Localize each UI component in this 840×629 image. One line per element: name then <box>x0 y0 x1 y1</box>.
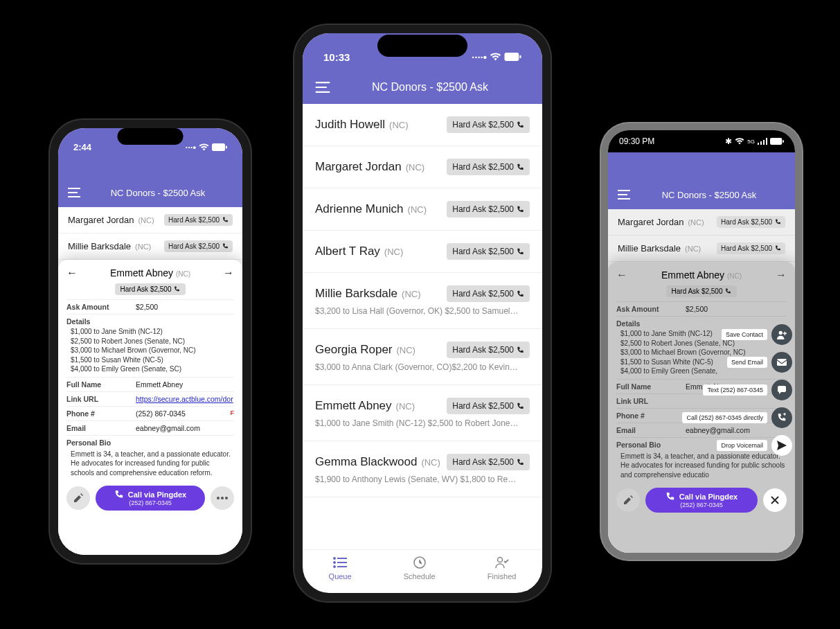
ask-amount-label: Ask Amount <box>66 303 136 311</box>
phone-icon <box>775 219 781 225</box>
queue-list[interactable]: Margaret Jordan (NC) Hard Ask $2,500 Mil… <box>608 209 795 553</box>
queue-state: (NC) <box>406 162 425 172</box>
svg-rect-1 <box>226 145 227 148</box>
tab-finished[interactable]: Finished <box>488 556 517 581</box>
svg-rect-23 <box>778 386 786 392</box>
phone-flag: F <box>231 409 235 418</box>
queue-row[interactable]: Gemma Blackwood(NC)Hard Ask $2,500$1,900… <box>303 441 542 497</box>
fab-save-contact[interactable] <box>771 324 792 345</box>
details-line: $1,000 to Jane Smith (NC-12) <box>71 327 234 337</box>
phone-label: Phone # <box>66 409 136 418</box>
queue-row[interactable]: Adrienne Munich(NC)Hard Ask $2,500 <box>303 188 542 231</box>
queue-row[interactable]: Emmett Abney(NC)Hard Ask $2,500$1,000 to… <box>303 385 542 441</box>
fab-call-label: Call (252) 867-0345 directly <box>682 412 767 423</box>
phone-icon <box>222 217 229 223</box>
queue-state: (NC) <box>396 401 415 411</box>
queue-state: (NC) <box>384 247 403 257</box>
app-header: NC Donors - $2500 Ask <box>303 71 542 104</box>
tab-queue[interactable]: Queue <box>329 556 352 581</box>
ask-pill: Hard Ask $2,500 <box>447 454 530 470</box>
status-icons: ····• <box>472 51 521 63</box>
tab-label: Schedule <box>404 572 436 581</box>
queue-row[interactable]: Margaret Jordan(NC)Hard Ask $2,500 <box>303 146 542 188</box>
ask-pill: Hard Ask $2,500 <box>447 243 530 260</box>
queue-row[interactable]: Millie Barksdale(NC)Hard Ask $2,500$3,20… <box>303 273 542 329</box>
queue-name: Margaret Jordan <box>68 215 134 225</box>
phone-icon <box>222 243 229 249</box>
svg-rect-15 <box>758 143 759 145</box>
ask-amount-value: $2,500 <box>686 305 787 313</box>
svg-rect-16 <box>760 141 762 145</box>
queue-row[interactable]: Margaret Jordan (NC) Hard Ask $2,500 <box>58 207 242 233</box>
close-actions-button[interactable] <box>763 488 787 512</box>
queue-sub: $1,900 to Anthony Lewis (Senate, WV) $1,… <box>315 475 530 484</box>
status-time: 09:30 PM <box>619 136 654 146</box>
tab-label: Finished <box>488 572 517 581</box>
queue-state: (NC) <box>397 345 415 355</box>
queue-state: (NC) <box>135 242 151 251</box>
phone-icon <box>517 248 524 256</box>
signal-icon <box>758 138 767 145</box>
message-icon <box>777 385 787 395</box>
call-via-pingdex-button[interactable]: Call via Pingdex (252) 867-0345 <box>96 486 205 511</box>
fab-text[interactable] <box>771 380 792 400</box>
details-label: Details <box>66 314 234 327</box>
fab-call-direct[interactable] <box>771 407 792 428</box>
fab-save-label: Save Contact <box>722 329 767 340</box>
notch <box>377 35 467 57</box>
queue-state: (NC) <box>138 216 154 224</box>
prev-button[interactable]: ← <box>66 267 78 279</box>
network-5g-icon: 5G <box>747 139 755 145</box>
tab-schedule[interactable]: Schedule <box>404 556 436 581</box>
phone-label: Phone # <box>616 411 686 420</box>
more-button[interactable] <box>211 486 234 510</box>
edit-button[interactable] <box>616 488 640 512</box>
phone-forward-icon <box>777 413 787 423</box>
phone-center-screen: 10:33 ····• NC Donors - $2500 Ask Judith… <box>303 33 542 593</box>
edit-button[interactable] <box>66 486 90 510</box>
ask-pill: Hard Ask $2,500 <box>717 216 785 228</box>
donor-detail-card: ← Emmett Abney (NC) → Hard Ask $2,500 As… <box>58 260 242 555</box>
queue-state: (NC) <box>389 120 408 130</box>
phone-icon <box>517 290 524 298</box>
notch <box>118 128 184 145</box>
fab-drop-voicemail[interactable] <box>771 435 792 456</box>
link-value[interactable]: https://secure.actblue.com/dor <box>136 395 234 403</box>
phone-out-icon <box>665 492 675 502</box>
prev-button[interactable]: ← <box>616 269 627 281</box>
svg-point-21 <box>779 331 783 335</box>
queue-sub: $1,000 to Jane Smith (NC-12) $2,500 to R… <box>315 418 530 428</box>
ask-pill: Hard Ask $2,500 <box>164 240 233 252</box>
queue-row[interactable]: Millie Barksdale (NC) Hard Ask $2,500 <box>58 233 242 260</box>
list-icon <box>333 556 347 569</box>
status-icons: ···• <box>186 142 227 152</box>
next-button[interactable]: → <box>223 267 234 279</box>
menu-icon[interactable] <box>315 82 330 93</box>
queue-list[interactable]: Margaret Jordan (NC) Hard Ask $2,500 Mil… <box>58 207 242 555</box>
svg-rect-22 <box>777 359 787 366</box>
next-button[interactable]: → <box>776 269 787 281</box>
clock-icon <box>413 556 427 569</box>
svg-rect-0 <box>212 143 225 151</box>
phone-icon <box>517 121 524 129</box>
queue-row[interactable]: Georgia Roper(NC)Hard Ask $2,500$3,000 t… <box>303 329 542 385</box>
ask-amount-label: Ask Amount <box>616 305 686 313</box>
svg-rect-6 <box>519 55 521 58</box>
queue-row[interactable]: Margaret Jordan (NC) Hard Ask $2,500 <box>608 209 795 236</box>
battery-icon <box>770 138 784 145</box>
menu-icon[interactable] <box>618 190 633 200</box>
queue-name: Millie Barksdale <box>618 243 681 254</box>
call-via-pingdex-button[interactable]: Call via Pingdex (252) 867-0345 <box>645 488 758 513</box>
fab-send-email[interactable] <box>771 352 792 373</box>
queue-row[interactable]: Albert T Ray(NC)Hard Ask $2,500 <box>303 231 542 273</box>
svg-point-3 <box>221 497 224 499</box>
queue-sub: $3,000 to Anna Clark (Governor, CO)$2,20… <box>315 362 530 372</box>
queue-row[interactable]: Millie Barksdale (NC) Hard Ask $2,500 <box>608 236 795 262</box>
queue-row[interactable]: Judith Howell(NC)Hard Ask $2,500 <box>303 104 542 146</box>
envelope-icon <box>777 359 787 366</box>
queue-list[interactable]: Judith Howell(NC)Hard Ask $2,500Margaret… <box>303 104 542 549</box>
queue-name: Emmett Abney <box>315 399 392 413</box>
queue-state: (NC) <box>685 245 701 253</box>
menu-icon[interactable] <box>68 188 83 197</box>
link-label: Link URL <box>66 395 136 403</box>
